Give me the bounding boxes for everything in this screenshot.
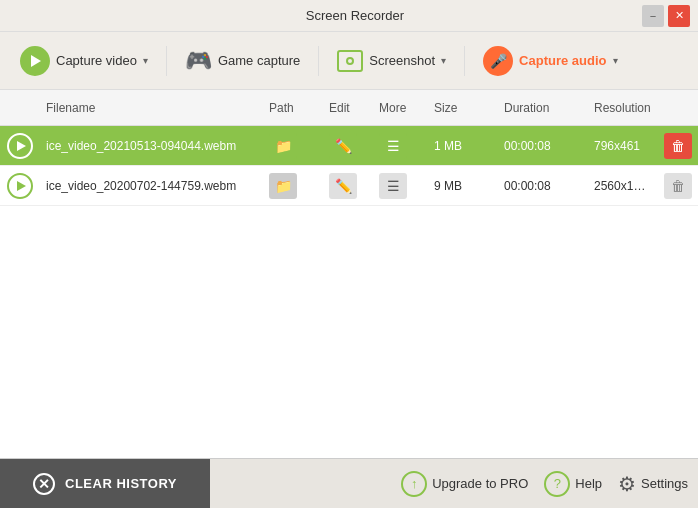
screenshot-icon (337, 50, 363, 72)
delete-button-1[interactable]: 🗑 (664, 133, 692, 159)
resolution-cell-1: 796x461 (588, 139, 658, 153)
delete-cell-1: 🗑 (658, 133, 698, 159)
more-cell-1: ☰ (373, 133, 428, 159)
help-icon: ? (544, 471, 570, 497)
game-capture-label: Game capture (218, 53, 300, 68)
resolution-cell-2: 2560x1440 (588, 179, 658, 193)
bottom-bar: ✕ CLEAR HISTORY ↑ Upgrade to PRO ? Help … (0, 458, 698, 508)
play-icon (31, 55, 41, 67)
size-cell-1: 1 MB (428, 139, 498, 153)
col-duration: Duration (498, 101, 588, 115)
window-controls: − ✕ (642, 5, 690, 27)
play-cell-2 (0, 173, 40, 199)
delete-cell-2: 🗑 (658, 173, 698, 199)
screenshot-dropdown-icon: ▾ (441, 55, 446, 66)
edit-cell-2: ✏️ (323, 173, 373, 199)
table-row: ice_video_20210513-094044.webm 📁 ✏️ ☰ 1 … (0, 126, 698, 166)
path-button-1[interactable]: 📁 (269, 133, 297, 159)
screenshot-button[interactable]: Screenshot ▾ (327, 44, 456, 78)
upgrade-action[interactable]: ↑ Upgrade to PRO (401, 471, 528, 497)
table-row: ice_video_20200702-144759.webm 📁 ✏️ ☰ 9 … (0, 166, 698, 206)
capture-video-label: Capture video (56, 53, 137, 68)
app-title: Screen Recorder (68, 8, 642, 23)
toolbar: Capture video ▾ 🎮 Game capture Screensho… (0, 32, 698, 90)
capture-audio-label: Capture audio (519, 53, 606, 68)
settings-gear-icon: ⚙ (618, 472, 636, 496)
help-label: Help (575, 476, 602, 491)
col-size: Size (428, 101, 498, 115)
path-cell-1: 📁 (263, 133, 323, 159)
play-triangle-1 (17, 141, 26, 151)
delete-button-2[interactable]: 🗑 (664, 173, 692, 199)
capture-audio-dropdown-icon: ▾ (613, 55, 618, 66)
clear-x-icon: ✕ (33, 473, 55, 495)
bottom-right-actions: ↑ Upgrade to PRO ? Help ⚙ Settings (210, 471, 698, 497)
settings-label: Settings (641, 476, 688, 491)
game-capture-icon: 🎮 (185, 48, 212, 74)
clear-history-button[interactable]: ✕ CLEAR HISTORY (0, 459, 210, 509)
capture-audio-button[interactable]: 🎤 Capture audio ▾ (473, 40, 627, 82)
capture-video-button[interactable]: Capture video ▾ (10, 40, 158, 82)
play-triangle-2 (17, 181, 26, 191)
filename-cell-1: ice_video_20210513-094044.webm (40, 139, 263, 153)
col-filename: Filename (40, 101, 263, 115)
title-bar: Screen Recorder − ✕ (0, 0, 698, 32)
duration-cell-2: 00:00:08 (498, 179, 588, 193)
more-button-1[interactable]: ☰ (379, 133, 407, 159)
more-button-2[interactable]: ☰ (379, 173, 407, 199)
filename-cell-2: ice_video_20200702-144759.webm (40, 179, 263, 193)
col-edit: Edit (323, 101, 373, 115)
capture-video-icon (20, 46, 50, 76)
col-path: Path (263, 101, 323, 115)
table-header: Filename Path Edit More Size Duration Re… (0, 90, 698, 126)
duration-cell-1: 00:00:08 (498, 139, 588, 153)
more-cell-2: ☰ (373, 173, 428, 199)
toolbar-divider-1 (166, 46, 167, 76)
upgrade-icon: ↑ (401, 471, 427, 497)
game-capture-button[interactable]: 🎮 Game capture (175, 42, 310, 80)
col-more: More (373, 101, 428, 115)
edit-cell-1: ✏️ (323, 133, 373, 159)
empty-table-area (0, 206, 698, 458)
play-cell-1 (0, 133, 40, 159)
help-action[interactable]: ? Help (544, 471, 602, 497)
minimize-button[interactable]: − (642, 5, 664, 27)
play-button-2[interactable] (7, 173, 33, 199)
size-cell-2: 9 MB (428, 179, 498, 193)
edit-button-2[interactable]: ✏️ (329, 173, 357, 199)
path-button-2[interactable]: 📁 (269, 173, 297, 199)
settings-action[interactable]: ⚙ Settings (618, 472, 688, 496)
screenshot-label: Screenshot (369, 53, 435, 68)
mic-icon: 🎤 (490, 53, 507, 69)
capture-audio-icon: 🎤 (483, 46, 513, 76)
upgrade-label: Upgrade to PRO (432, 476, 528, 491)
edit-button-1[interactable]: ✏️ (329, 133, 357, 159)
clear-history-label: CLEAR HISTORY (65, 476, 177, 491)
play-button-1[interactable] (7, 133, 33, 159)
col-resolution: Resolution (588, 101, 658, 115)
close-button[interactable]: ✕ (668, 5, 690, 27)
toolbar-divider-2 (318, 46, 319, 76)
capture-video-dropdown-icon: ▾ (143, 55, 148, 66)
toolbar-divider-3 (464, 46, 465, 76)
path-cell-2: 📁 (263, 173, 323, 199)
main-content: Filename Path Edit More Size Duration Re… (0, 90, 698, 458)
